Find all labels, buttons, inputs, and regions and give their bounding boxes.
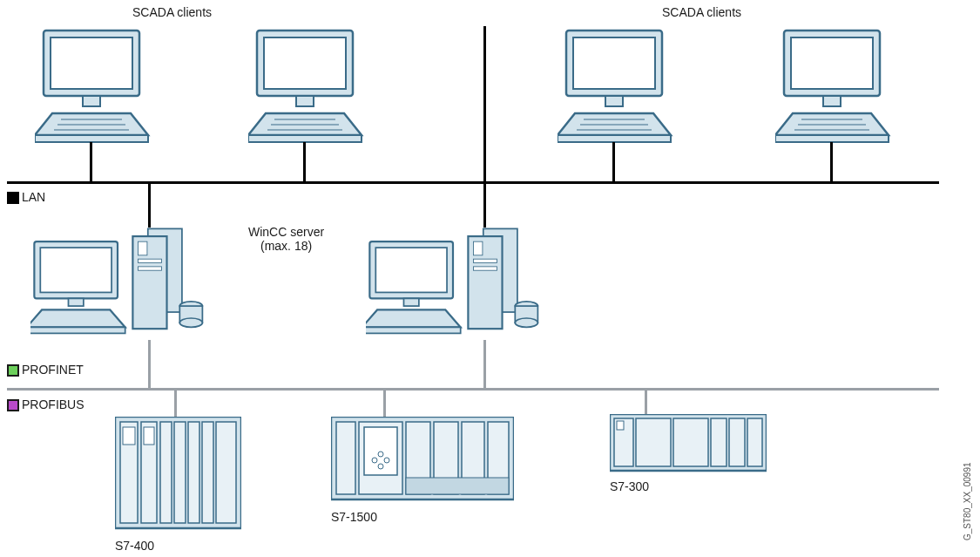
scada-clients-label-right: SCADA clients (662, 5, 741, 19)
client-pc-3 (558, 22, 679, 153)
svg-rect-85 (673, 418, 708, 466)
client-pc-4 (775, 22, 897, 153)
svg-rect-44 (30, 327, 125, 333)
conn-client4-lan (830, 142, 833, 181)
svg-rect-64 (202, 422, 213, 523)
plc-label-s7-300: S7-300 (610, 479, 649, 493)
profinet-bus (7, 388, 939, 391)
conn-client2-lan (303, 142, 306, 181)
diagram-code: G_ST80_XX_00991 (963, 462, 972, 540)
svg-rect-86 (711, 418, 727, 466)
svg-rect-62 (174, 422, 186, 523)
wincc-server-2 (366, 218, 540, 349)
svg-rect-61 (160, 422, 172, 523)
svg-rect-34 (138, 241, 146, 255)
legend-label-profinet: PROFINET (22, 363, 84, 377)
svg-rect-83 (617, 421, 624, 430)
svg-rect-12 (248, 135, 362, 142)
svg-point-52 (515, 318, 537, 327)
lan-bus (7, 181, 939, 184)
svg-rect-69 (336, 422, 355, 494)
svg-rect-41 (40, 248, 112, 292)
svg-rect-26 (823, 96, 841, 106)
svg-rect-10 (296, 96, 314, 106)
svg-rect-88 (747, 418, 762, 466)
plc-s7-1500 (331, 417, 514, 504)
plc-s7-400 (115, 417, 241, 534)
wincc-server-1 (30, 218, 205, 349)
svg-rect-87 (729, 418, 745, 466)
svg-rect-17 (573, 37, 655, 89)
svg-rect-55 (403, 298, 418, 306)
svg-rect-84 (636, 418, 671, 466)
svg-rect-80 (406, 478, 509, 494)
svg-rect-2 (83, 96, 100, 106)
svg-marker-43 (30, 309, 125, 327)
legend-swatch-lan (7, 192, 19, 204)
scada-clients-label-left: SCADA clients (132, 5, 212, 19)
svg-rect-65 (216, 422, 236, 523)
svg-rect-20 (558, 135, 671, 142)
svg-point-39 (179, 318, 202, 327)
svg-rect-25 (791, 37, 873, 89)
client-pc-2 (248, 22, 370, 153)
svg-rect-63 (188, 422, 199, 523)
conn-group-divider (483, 26, 486, 181)
svg-rect-57 (366, 327, 461, 333)
svg-rect-54 (375, 248, 447, 292)
conn-profinet-s7300 (645, 391, 647, 414)
svg-rect-18 (605, 96, 623, 106)
conn-profinet-s7400 (174, 391, 177, 417)
conn-client3-lan (612, 142, 615, 181)
conn-server2-profinet (483, 340, 486, 391)
svg-rect-28 (775, 135, 889, 142)
legend-label-profibus: PROFIBUS (22, 397, 84, 411)
plc-s7-300 (610, 414, 767, 475)
svg-rect-1 (51, 37, 132, 89)
svg-rect-36 (138, 267, 161, 270)
legend-swatch-profinet (7, 364, 19, 377)
conn-server1-profinet (148, 340, 151, 391)
client-pc-1 (35, 22, 157, 153)
svg-rect-49 (473, 267, 497, 270)
svg-rect-9 (264, 37, 346, 89)
legend-label-lan: LAN (22, 190, 45, 204)
svg-rect-67 (144, 427, 154, 445)
svg-rect-47 (473, 241, 482, 255)
svg-rect-48 (473, 259, 497, 262)
plc-label-s7-1500: S7-1500 (331, 510, 377, 524)
svg-rect-35 (138, 259, 161, 262)
wincc-server-label: WinCC server (max. 18) (248, 225, 324, 253)
svg-rect-66 (123, 427, 135, 445)
svg-marker-56 (366, 309, 461, 327)
svg-rect-42 (68, 298, 83, 306)
plc-label-s7-400: S7-400 (115, 539, 154, 553)
legend-swatch-profibus (7, 399, 19, 411)
svg-rect-4 (35, 135, 148, 142)
conn-profinet-s71500 (383, 391, 386, 417)
conn-client1-lan (90, 142, 92, 181)
